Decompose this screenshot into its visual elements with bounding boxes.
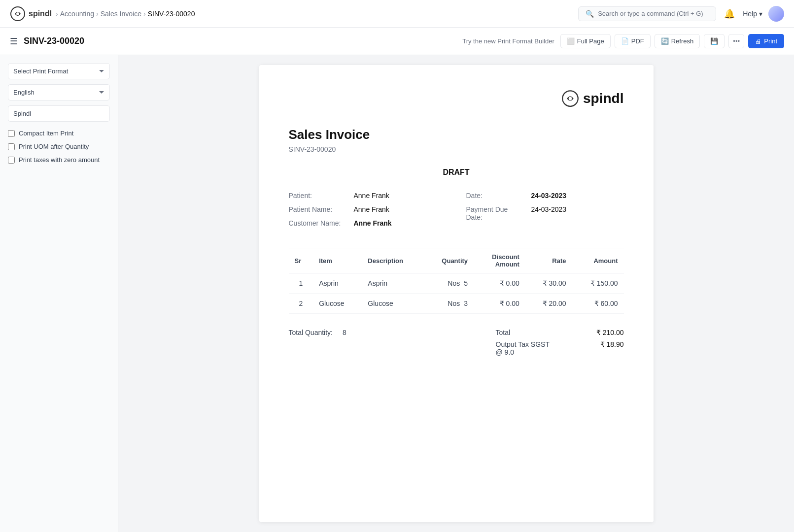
search-icon: 🔍: [586, 10, 594, 18]
language-select[interactable]: English: [8, 84, 110, 100]
invoice-logo-text: spindl: [561, 90, 623, 107]
col-sr: Sr: [289, 248, 313, 273]
invoice-info: Patient: Anne Frank Patient Name: Anne F…: [289, 192, 624, 233]
breadcrumb-accounting[interactable]: Accounting: [60, 10, 94, 18]
customer-name-value: Anne Frank: [354, 219, 392, 227]
logo-brand: spindl: [583, 91, 623, 106]
print-button[interactable]: 🖨 Print: [748, 34, 784, 48]
row-amount: ₹ 150.00: [572, 273, 624, 294]
total-quantity-value: 8: [343, 329, 346, 336]
patient-name-value: Anne Frank: [354, 205, 389, 213]
invoice-info-left: Patient: Anne Frank Patient Name: Anne F…: [289, 192, 447, 233]
row-rate: ₹ 30.00: [525, 273, 572, 294]
chevron-down-icon: ▾: [759, 10, 762, 18]
col-amount: Amount: [572, 248, 624, 273]
col-rate: Rate: [525, 248, 572, 273]
svg-point-1: [16, 12, 19, 15]
print-icon: 🖨: [755, 37, 761, 45]
invoice-table: Sr Item Description Quantity DiscountAmo…: [289, 248, 624, 314]
invoice-status: DRAFT: [289, 168, 624, 177]
print-uom-option[interactable]: Print UOM after Quantity: [8, 143, 110, 150]
date-row: Date: 24-03-2023: [466, 192, 624, 200]
svg-point-3: [569, 97, 572, 100]
nav-right: 🔍 Search or type a command (Ctrl + G) 🔔 …: [578, 6, 784, 22]
row-sr: 1: [289, 273, 313, 294]
patient-name-label: Patient Name:: [289, 205, 348, 213]
avatar[interactable]: [768, 6, 784, 22]
company-name: Spindl: [8, 105, 110, 122]
page-title: SINV-23-00020: [24, 36, 84, 46]
customer-name-row: Customer Name: Anne Frank: [289, 219, 447, 227]
print-format-builder-text: Try the new Print Format Builder: [462, 37, 554, 45]
payment-due-row: Payment DueDate: 24-03-2023: [466, 205, 624, 221]
main-layout: Select Print Format English Spindl Compa…: [0, 55, 794, 532]
sidebar: Select Print Format English Spindl Compa…: [0, 55, 118, 532]
logo-text: spindl: [29, 9, 52, 18]
row-item: Asprin: [313, 273, 362, 294]
total-value: ₹ 210.00: [596, 329, 624, 336]
search-bar[interactable]: 🔍 Search or type a command (Ctrl + G): [578, 6, 716, 21]
row-quantity: Nos3: [424, 294, 474, 314]
output-tax-label: Output Tax SGST@ 9.0: [496, 340, 550, 356]
full-page-icon: ⬜: [567, 37, 575, 45]
menu-toggle-button[interactable]: ☰: [10, 36, 18, 47]
compact-item-print-option[interactable]: Compact Item Print: [8, 130, 110, 137]
total-label: Total: [496, 329, 511, 336]
invoice-card: spindl Sales Invoice SINV-23-00020 DRAFT…: [259, 65, 654, 522]
refresh-icon: 🔄: [661, 37, 669, 45]
table-row: 1 Asprin Asprin Nos5 ₹ 0.00 ₹ 30.00 ₹ 15…: [289, 273, 624, 294]
invoice-content: spindl Sales Invoice SINV-23-00020 DRAFT…: [118, 55, 794, 532]
print-label: Print: [764, 37, 777, 45]
total-quantity-label: Total Quantity:: [289, 329, 333, 336]
customer-name-label: Customer Name:: [289, 219, 348, 227]
invoice-title: Sales Invoice: [289, 127, 624, 142]
breadcrumb-current: SINV-23-00020: [148, 10, 195, 18]
notification-button[interactable]: 🔔: [722, 6, 737, 21]
totals-left: Total Quantity: 8: [289, 329, 346, 336]
print-uom-checkbox[interactable]: [8, 143, 15, 150]
output-tax-row: Output Tax SGST@ 9.0 ₹ 18.90: [496, 340, 624, 356]
full-page-label: Full Page: [577, 37, 604, 45]
row-discount: ₹ 0.00: [474, 273, 525, 294]
invoice-info-right: Date: 24-03-2023 Payment DueDate: 24-03-…: [466, 192, 624, 233]
header-bar: ☰ SINV-23-00020 Try the new Print Format…: [0, 28, 794, 55]
more-icon: •••: [733, 37, 740, 45]
search-placeholder: Search or type a command (Ctrl + G): [598, 10, 703, 17]
total-quantity-row: Total Quantity: 8: [289, 329, 346, 336]
more-options-button[interactable]: •••: [728, 34, 744, 48]
patient-name-row: Patient Name: Anne Frank: [289, 205, 447, 213]
help-label: Help: [743, 10, 757, 18]
invoice-number: SINV-23-00020: [289, 145, 624, 153]
compact-item-print-checkbox[interactable]: [8, 130, 15, 137]
print-format-select[interactable]: Select Print Format: [8, 63, 110, 79]
row-discount: ₹ 0.00: [474, 294, 525, 314]
breadcrumb-sales-invoice[interactable]: Sales Invoice: [101, 10, 141, 18]
save-icon: 💾: [710, 37, 718, 45]
totals-right: Total ₹ 210.00 Output Tax SGST@ 9.0 ₹ 18…: [496, 329, 624, 360]
print-zero-tax-label: Print taxes with zero amount: [19, 156, 100, 164]
pdf-button[interactable]: 📄 PDF: [615, 34, 651, 48]
app-logo: spindl: [10, 6, 52, 22]
help-button[interactable]: Help ▾: [743, 10, 762, 18]
print-zero-tax-checkbox[interactable]: [8, 157, 15, 164]
pdf-label: PDF: [631, 37, 644, 45]
totals-section: Total Quantity: 8 Total ₹ 210.00 Output …: [289, 329, 624, 360]
patient-value: Anne Frank: [354, 192, 389, 200]
col-discount: DiscountAmount: [474, 248, 525, 273]
nav-left: spindl › Accounting › Sales Invoice › SI…: [10, 6, 195, 22]
row-sr: 2: [289, 294, 313, 314]
row-description: Asprin: [362, 273, 424, 294]
payment-due-label: Payment DueDate:: [466, 205, 525, 221]
date-label: Date:: [466, 192, 525, 200]
date-value: 24-03-2023: [531, 192, 567, 200]
print-zero-tax-option[interactable]: Print taxes with zero amount: [8, 156, 110, 164]
row-description: Glucose: [362, 294, 424, 314]
col-quantity: Quantity: [424, 248, 474, 273]
refresh-button[interactable]: 🔄 Refresh: [655, 34, 700, 48]
save-button[interactable]: 💾: [704, 34, 725, 48]
full-page-button[interactable]: ⬜ Full Page: [560, 34, 611, 48]
row-rate: ₹ 20.00: [525, 294, 572, 314]
table-row: 2 Glucose Glucose Nos3 ₹ 0.00 ₹ 20.00 ₹ …: [289, 294, 624, 314]
top-navigation: spindl › Accounting › Sales Invoice › SI…: [0, 0, 794, 28]
row-amount: ₹ 60.00: [572, 294, 624, 314]
